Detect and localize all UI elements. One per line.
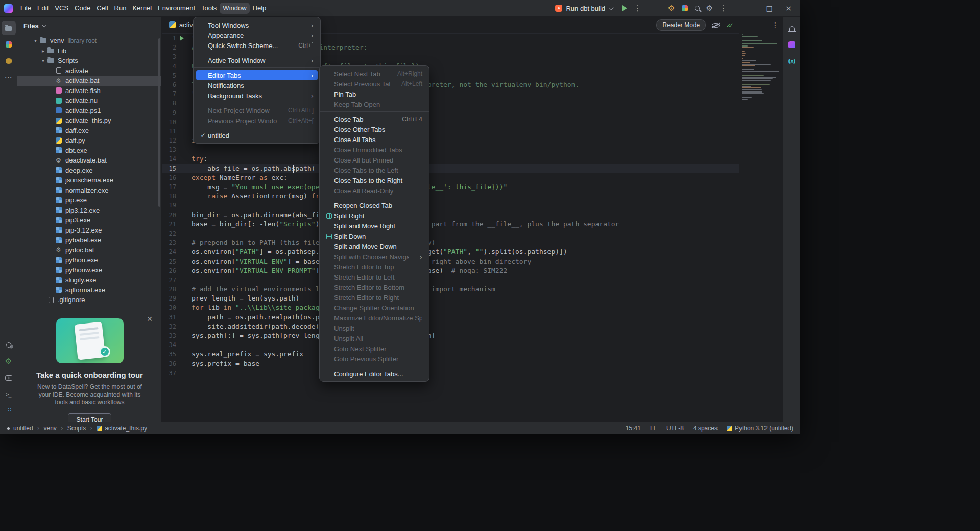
code-line-37[interactable]: 37	[162, 368, 739, 378]
code-line-19[interactable]: 19	[162, 201, 739, 210]
settings-icon[interactable]: ⚙	[706, 5, 713, 12]
menu-item-split-down[interactable]: Split Down	[322, 231, 426, 241]
tree-item-activate-this-py[interactable]: activate_this.py	[17, 116, 161, 126]
menu-item-close-all-tabs[interactable]: Close All Tabs	[322, 134, 426, 145]
plugins-icon[interactable]	[682, 5, 688, 11]
more-actions-icon[interactable]: ⋮	[720, 5, 727, 12]
tree-item-pydoc-bat[interactable]: ⚙pydoc.bat	[17, 245, 161, 256]
code-line-17[interactable]: 17 msg = "You must use exec(open(this_fi…	[162, 182, 739, 192]
menu-item-notifications[interactable]: Notifications	[196, 80, 318, 90]
run-button[interactable]	[622, 5, 627, 11]
tree-item-pip3-exe[interactable]: pip3.exe	[17, 215, 161, 225]
reader-mode-button[interactable]: Reader Mode	[656, 19, 706, 31]
tree-item-jsonschema-exe[interactable]: jsonschema.exe	[17, 175, 161, 186]
menubar-item-cell[interactable]: Cell	[93, 3, 111, 14]
menu-item-close-tab[interactable]: Close TabCtrl+F4	[322, 114, 426, 124]
code-line-25[interactable]: 25os.environ["VIRTUAL_ENV"] = base # vir…	[162, 257, 739, 266]
menubar-item-kernel[interactable]: Kernel	[129, 3, 155, 14]
tree-item-activate-ps1[interactable]: activate.ps1	[17, 106, 161, 116]
menubar-item-window[interactable]: Window	[220, 3, 249, 14]
chevron-down-icon[interactable]: ▾	[32, 38, 39, 43]
tree-item-activate-bat[interactable]: ⚙activate.bat	[17, 76, 161, 86]
python-console-icon[interactable]: >_	[2, 387, 16, 401]
code-line-15[interactable]: 15 abs_file = os.path.abspath(__file__)	[162, 164, 739, 173]
menubar-item-vcs[interactable]: VCS	[52, 3, 71, 14]
tree-item-deep-exe[interactable]: deep.exe	[17, 166, 161, 176]
menu-item-quick-switch-scheme[interactable]: Quick Switch Scheme...Ctrl+`	[196, 40, 318, 51]
tree-item-deactivate-bat[interactable]: ⚙deactivate.bat	[17, 155, 161, 166]
menu-item-background-tasks[interactable]: Background Tasks›	[196, 90, 318, 101]
tree-item-venv[interactable]: ▾venvlibrary root	[17, 36, 161, 46]
menu-item-pin-tab[interactable]: Pin Tab	[322, 89, 426, 99]
menubar-item-help[interactable]: Help	[250, 3, 270, 14]
status-item-15-41[interactable]: 15:41	[626, 425, 641, 432]
tree-item-pythonw-exe[interactable]: pythonw.exe	[17, 265, 161, 275]
status-item-lf[interactable]: LF	[650, 425, 657, 432]
packages-icon[interactable]: ⚙	[2, 354, 16, 368]
tree-item-sqlformat-exe[interactable]: sqlformat.exe	[17, 285, 161, 295]
more-run-actions-icon[interactable]: ⋮	[634, 5, 641, 12]
code-line-27[interactable]: 27	[162, 275, 739, 285]
code-line-35[interactable]: 35sys.real_prefix = sys.prefix	[162, 350, 739, 359]
run-file-icon[interactable]	[176, 34, 192, 43]
start-tour-button[interactable]: Start Tour	[68, 413, 112, 422]
code-line-31[interactable]: 31 path = os.path.realpath(os.path.join(…	[162, 313, 739, 322]
tree-item-activate[interactable]: activate	[17, 66, 161, 76]
code-line-16[interactable]: 16except NameError as exc:	[162, 173, 739, 182]
sciview-icon[interactable]	[785, 37, 799, 52]
menubar-item-run[interactable]: Run	[111, 3, 130, 14]
tools-icon[interactable]: ⚙	[668, 5, 675, 12]
code-line-20[interactable]: 20bin_dir = os.path.dirname(abs_file)	[162, 211, 739, 220]
chevron-right-icon[interactable]: ▸	[39, 48, 47, 54]
code-line-13[interactable]: 13	[162, 145, 739, 154]
maximize-button[interactable]: □	[759, 0, 779, 16]
menu-item-split-right[interactable]: Split Right	[322, 211, 426, 221]
status-item-python-3-12-untitled[interactable]: Python 3.12 (untitled)	[727, 425, 793, 432]
code-line-32[interactable]: 32 site.addsitedir(path.decode("utf-8") …	[162, 322, 739, 331]
status-item-utf-8[interactable]: UTF-8	[666, 425, 684, 432]
menu-item-reopen-closed-tab[interactable]: Reopen Closed Tab	[322, 200, 426, 211]
code-line-18[interactable]: 18 raise AssertionError(msg) from exc	[162, 192, 739, 201]
editor-options-icon[interactable]: ⋮	[772, 21, 779, 29]
close-icon[interactable]: ✕	[145, 314, 154, 324]
tree-item-activate-fish[interactable]: activate.fish	[17, 86, 161, 96]
code-line-22[interactable]: 22	[162, 229, 739, 238]
menu-item-split-and-move-right[interactable]: Split and Move Right	[322, 221, 426, 231]
code-line-33[interactable]: 33sys.path[:] = sys.path[prev_length:] +…	[162, 331, 739, 340]
breadcrumb-item-activate-this-py[interactable]: activate_this.py	[97, 425, 147, 432]
project-icon[interactable]	[2, 21, 16, 35]
tree-item-normalizer-exe[interactable]: normalizer.exe	[17, 186, 161, 196]
breadcrumb-item-scripts[interactable]: Scripts	[67, 425, 86, 432]
code-line-14[interactable]: 14try:	[162, 154, 739, 164]
menu-item-close-other-tabs[interactable]: Close Other Tabs	[322, 124, 426, 134]
code-line-34[interactable]: 34	[162, 340, 739, 350]
menu-item-close-tabs-to-the-right[interactable]: Close Tabs to the Right	[322, 175, 426, 186]
breadcrumb-item-untitled[interactable]: untitled	[7, 425, 33, 432]
tree-item-pip3-12-exe[interactable]: pip3.12.exe	[17, 205, 161, 216]
code-line-24[interactable]: 24os.environ["PATH"] = os.pathsep.join([…	[162, 247, 739, 257]
code-line-23[interactable]: 23# prepend bin to PATH (this file is in…	[162, 238, 739, 247]
menubar-item-code[interactable]: Code	[71, 3, 93, 14]
close-button[interactable]: ×	[779, 0, 798, 16]
search-everywhere-icon[interactable]	[695, 6, 700, 11]
menubar-item-tools[interactable]: Tools	[198, 3, 220, 14]
code-line-26[interactable]: 26os.environ["VIRTUAL_ENV_PROMPT"] = "" …	[162, 266, 739, 275]
tree-item-pip-3-12-exe[interactable]: pip-3.12.exe	[17, 225, 161, 236]
code-line-29[interactable]: 29prev_length = len(sys.path)	[162, 294, 739, 303]
tree-item-dbt-exe[interactable]: dbt.exe	[17, 146, 161, 156]
menu-item-untitled[interactable]: ✓untitled	[196, 130, 318, 141]
minimize-button[interactable]: –	[740, 0, 759, 16]
code-line-36[interactable]: 36sys.prefix = base	[162, 359, 739, 368]
inspections-ok-icon[interactable]: ✓✓	[726, 21, 734, 29]
code-line-30[interactable]: 30for lib in "..\\Lib\\site-packages".sp…	[162, 303, 739, 312]
tree-item-pybabel-exe[interactable]: pybabel.exe	[17, 235, 161, 245]
status-item-4-spaces[interactable]: 4 spaces	[693, 425, 718, 432]
menu-item-split-and-move-down[interactable]: Split and Move Down	[322, 241, 426, 251]
eye-off-icon[interactable]	[712, 23, 720, 28]
terminal-icon[interactable]	[2, 371, 16, 385]
menubar-item-edit[interactable]: Edit	[34, 3, 52, 14]
notifications-icon[interactable]	[785, 21, 799, 35]
tree-item-activate-nu[interactable]: activate.nu	[17, 96, 161, 106]
tree-item-slugify-exe[interactable]: slugify.exe	[17, 275, 161, 285]
menu-item-tool-windows[interactable]: Tool Windows›	[196, 20, 318, 30]
